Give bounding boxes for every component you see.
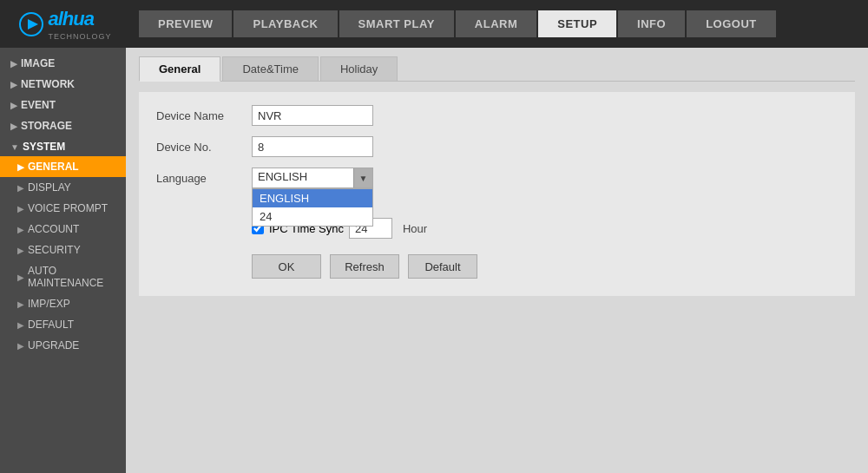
device-name-label: Device Name [156,109,252,122]
header: alhua TECHNOLOGY PREVIEW PLAYBACK SMART … [0,0,868,48]
arrow-icon-upgrade: ▶ [17,341,24,351]
nav-tab-playback[interactable]: PLAYBACK [233,10,337,37]
ok-button[interactable]: OK [252,254,321,279]
arrow-icon-voice: ▶ [17,204,24,214]
sidebar-label-auto: AUTO MAINTENANCE [28,265,117,289]
arrow-icon-general: ▶ [17,162,24,172]
sidebar-label-event: EVENT [21,99,56,111]
logo-sub-text: TECHNOLOGY [48,32,111,41]
sidebar-label-upgrade: UPGRADE [28,339,79,351]
device-name-row: Device Name [156,105,838,126]
sidebar-item-image[interactable]: ▶ IMAGE [0,52,126,73]
nav-tabs: PREVIEW PLAYBACK SMART PLAY ALARM SETUP … [139,10,859,37]
device-no-input[interactable] [252,136,373,157]
language-label: Language [156,172,252,185]
button-row: OK Refresh Default [252,254,838,279]
language-input-row[interactable]: ENGLISH ▼ [252,168,373,188]
sidebar-label-storage: STORAGE [21,120,72,132]
language-dropdown-arrow[interactable]: ▼ [353,168,372,187]
default-button[interactable]: Default [408,254,477,279]
language-row: Language ENGLISH ▼ ENGLISH 24 [156,168,838,188]
sidebar: ▶ IMAGE ▶ NETWORK ▶ EVENT ▶ STORAGE ▼ SY… [0,48,126,473]
main-layout: ▶ IMAGE ▶ NETWORK ▶ EVENT ▶ STORAGE ▼ SY… [0,48,868,473]
sidebar-label-account: ACCOUNT [28,223,79,235]
arrow-icon-auto: ▶ [17,273,24,282]
sidebar-item-system[interactable]: ▼ SYSTEM [0,135,126,156]
sidebar-label-imp: IMP/EXP [28,298,70,310]
hour-label: Hour [403,222,427,235]
arrow-icon-event: ▶ [10,101,17,110]
device-no-label: Device No. [156,141,252,154]
arrow-icon-image: ▶ [10,59,17,69]
nav-tab-preview[interactable]: PREVIEW [139,10,232,37]
logo-icon [18,11,44,37]
language-option-english[interactable]: ENGLISH [253,189,372,207]
arrow-icon-default: ▶ [17,320,24,330]
logo: alhua TECHNOLOGY [9,4,122,43]
sidebar-item-upgrade[interactable]: ▶ UPGRADE [0,335,126,356]
sidebar-item-imp-exp[interactable]: ▶ IMP/EXP [0,293,126,314]
language-selected-value: ENGLISH [253,168,353,187]
arrow-icon-display: ▶ [17,183,24,193]
form-area: Device Name Device No. Language ENGLISH … [139,92,855,296]
sidebar-item-security[interactable]: ▶ SECURITY [0,240,126,260]
tab-datetime[interactable]: Date&Time [222,56,319,81]
sidebar-label-system: SYSTEM [23,141,65,153]
sidebar-label-network: NETWORK [21,78,75,90]
svg-marker-1 [28,19,38,30]
refresh-button[interactable]: Refresh [330,254,399,279]
arrow-icon-system: ▼ [10,142,19,152]
sidebar-label-voice: VOICE PROMPT [28,202,108,214]
device-no-row: Device No. [156,136,838,157]
language-option-24[interactable]: 24 [253,207,372,226]
arrow-icon-security: ▶ [17,246,24,255]
sub-tabs: General Date&Time Holiday [139,56,855,82]
language-dropdown[interactable]: ENGLISH ▼ ENGLISH 24 [252,168,373,188]
nav-tab-alarm[interactable]: ALARM [456,10,536,37]
sidebar-item-auto-maintenance[interactable]: ▶ AUTO MAINTENANCE [0,260,126,293]
sidebar-item-event[interactable]: ▶ EVENT [0,94,126,115]
logo-brand-text: alhua [48,8,111,30]
sidebar-item-voice-prompt[interactable]: ▶ VOICE PROMPT [0,198,126,219]
language-dropdown-list: ENGLISH 24 [252,188,373,227]
device-name-input[interactable] [252,105,373,126]
arrow-icon-account: ▶ [17,225,24,234]
sidebar-item-default[interactable]: ▶ DEFAULT [0,314,126,335]
sidebar-item-network[interactable]: ▶ NETWORK [0,73,126,94]
arrow-icon-imp: ▶ [17,299,24,309]
content-area: General Date&Time Holiday Device Name De… [126,48,868,473]
nav-tab-smartplay[interactable]: SMART PLAY [339,10,454,37]
tab-holiday[interactable]: Holiday [320,56,398,81]
sidebar-label-display: DISPLAY [28,181,71,194]
arrow-icon-storage: ▶ [10,122,17,131]
sidebar-label-default: DEFAULT [28,319,74,331]
nav-tab-setup[interactable]: SETUP [538,10,616,37]
sidebar-item-general[interactable]: ▶ GENERAL [0,156,126,177]
sidebar-item-storage[interactable]: ▶ STORAGE [0,115,126,135]
tab-general[interactable]: General [139,56,220,82]
nav-tab-logout[interactable]: LOGOUT [687,10,776,37]
arrow-icon-network: ▶ [10,80,17,89]
sidebar-item-account[interactable]: ▶ ACCOUNT [0,219,126,240]
nav-tab-info[interactable]: INFO [618,10,685,37]
sidebar-label-security: SECURITY [28,244,81,256]
sidebar-label-image: IMAGE [21,57,55,69]
sidebar-item-display[interactable]: ▶ DISPLAY [0,177,126,198]
sidebar-label-general: GENERAL [28,161,79,173]
